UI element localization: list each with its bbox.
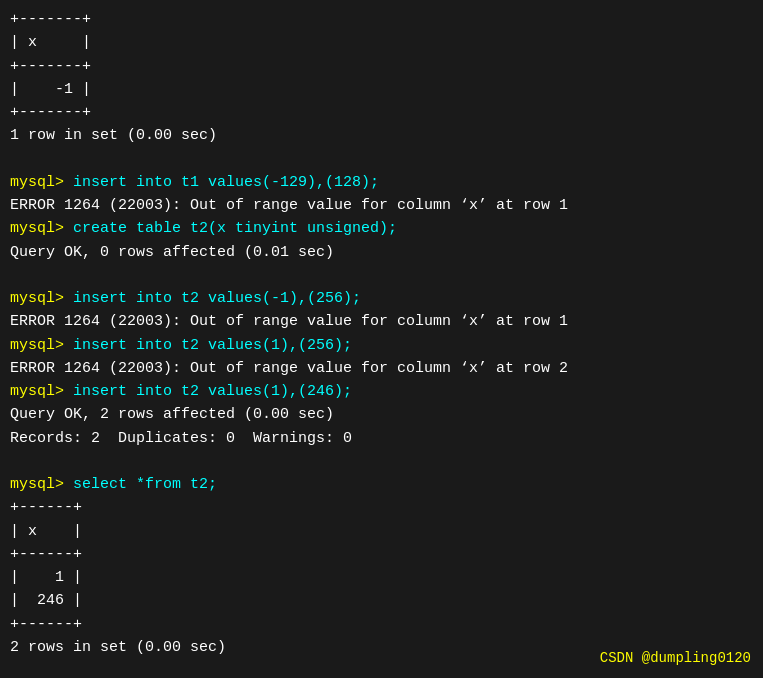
cmd-1: insert into t1 values(-129),(128); [73,174,379,191]
table-row-2: | 1 | [10,566,753,589]
table-border-5: +------+ [10,543,753,566]
prompt-6: mysql> [10,476,73,493]
cmd-3: insert into t2 values(-1),(256); [73,290,361,307]
table-border-1: +-------+ [10,8,753,31]
prompt-1: mysql> [10,174,73,191]
table-header-1: | x | [10,31,753,54]
command-2: mysql> create table t2(x tinyint unsigne… [10,217,753,240]
table-border-4: +------+ [10,496,753,519]
table-border-2: +-------+ [10,55,753,78]
terminal-content: +-------+ | x | +-------+ | -1 | +------… [10,8,753,659]
table-row-1: | -1 | [10,78,753,101]
prompt-2: mysql> [10,220,73,237]
command-1: mysql> insert into t1 values(-129),(128)… [10,171,753,194]
query-ok-1: Query OK, 0 rows affected (0.01 sec) [10,241,753,264]
watermark: CSDN @dumpling0120 [600,650,751,666]
error-3: ERROR 1264 (22003): Out of range value f… [10,357,753,380]
error-2: ERROR 1264 (22003): Out of range value f… [10,310,753,333]
records-info: Records: 2 Duplicates: 0 Warnings: 0 [10,427,753,450]
blank-3 [10,450,753,473]
terminal-window: +-------+ | x | +-------+ | -1 | +------… [0,0,763,678]
command-3: mysql> insert into t2 values(-1),(256); [10,287,753,310]
blank-1 [10,148,753,171]
result-count-1: 1 row in set (0.00 sec) [10,124,753,147]
command-6: mysql> select *from t2; [10,473,753,496]
query-ok-2: Query OK, 2 rows affected (0.00 sec) [10,403,753,426]
command-5: mysql> insert into t2 values(1),(246); [10,380,753,403]
prompt-4: mysql> [10,337,73,354]
cmd-5: insert into t2 values(1),(246); [73,383,352,400]
blank-2 [10,264,753,287]
table-border-6: +------+ [10,613,753,636]
error-1: ERROR 1264 (22003): Out of range value f… [10,194,753,217]
cmd-6: select *from t2; [73,476,217,493]
cmd-4: insert into t2 values(1),(256); [73,337,352,354]
cmd-2: create table t2(x tinyint unsigned); [73,220,397,237]
table-header-2: | x | [10,520,753,543]
prompt-3: mysql> [10,290,73,307]
command-4: mysql> insert into t2 values(1),(256); [10,334,753,357]
prompt-5: mysql> [10,383,73,400]
table-row-3: | 246 | [10,589,753,612]
table-border-3: +-------+ [10,101,753,124]
